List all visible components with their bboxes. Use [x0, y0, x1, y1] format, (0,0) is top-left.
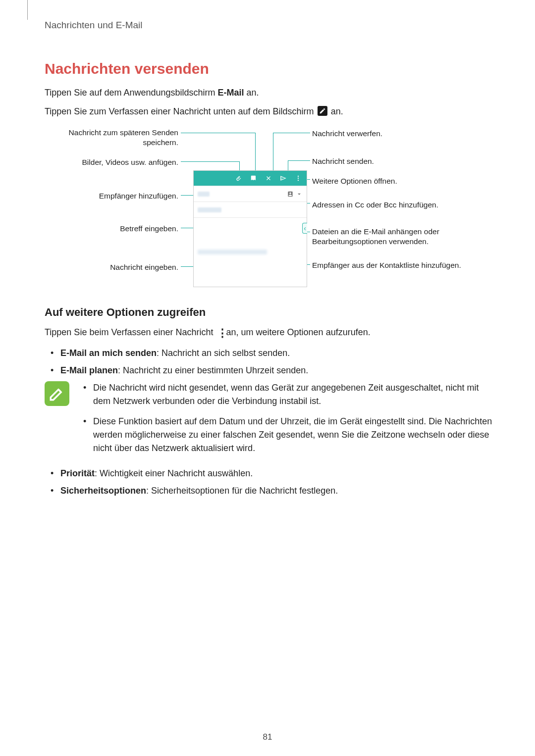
option-schedule: E-Mail planen: Nachricht zu einer bestim… [45, 364, 495, 377]
text: an. [331, 106, 343, 116]
callout-cc-bcc: Adressen in Cc oder Bcc hinzufügen. [312, 200, 490, 210]
text: Tippen Sie beim Verfassen einer Nachrich… [45, 327, 216, 337]
email-label: E-Mail [218, 88, 244, 98]
callout-contacts: Empfänger aus der Kontaktliste hinzufüge… [312, 260, 490, 270]
callout-save-later: Nachricht zum späteren Senden speichern. [45, 128, 178, 148]
callout-body: Nachricht eingeben. [45, 262, 178, 272]
option-desc: : Sicherheitsoptionen für die Nachricht … [146, 486, 338, 496]
callout-discard: Nachricht verwerfen. [312, 129, 490, 139]
option-label: E-Mail planen [60, 365, 118, 375]
callout-recipient: Empfänger hinzufügen. [45, 191, 178, 201]
attach-icon[interactable] [235, 175, 242, 182]
note-item: Die Nachricht wird nicht gesendet, wenn … [79, 381, 495, 408]
option-label: Sicherheitsoptionen [60, 486, 146, 496]
text: an. [244, 88, 259, 98]
discard-icon[interactable] [265, 175, 272, 182]
message-body-area[interactable] [194, 217, 307, 287]
callout-attach-sidebar: Dateien an die E-Mail anhängen oder Bear… [312, 227, 490, 247]
send-icon[interactable] [280, 175, 287, 182]
text: Tippen Sie zum Verfassen einer Nachricht… [45, 106, 317, 116]
option-desc: : Nachricht zu einer bestimmten Uhrzeit … [118, 365, 308, 375]
more-icon[interactable] [295, 175, 302, 182]
compose-screen-mock [193, 170, 307, 287]
callout-attach: Bilder, Videos usw. anfügen. [45, 157, 178, 167]
compose-diagram: Nachricht zum späteren Senden speichern.… [45, 128, 500, 286]
leader-line [255, 133, 256, 170]
paragraph-open-email: Tippen Sie auf dem Anwendungsbildschirm … [45, 86, 495, 99]
option-priority: Priorität: Wichtigkeit einer Nachricht a… [45, 467, 495, 480]
leader-line [273, 133, 273, 170]
svg-point-2 [298, 180, 299, 181]
svg-point-4 [289, 192, 291, 194]
note-block: Die Nachricht wird nicht gesendet, wenn … [45, 381, 495, 462]
option-label: E-Mail an mich senden [60, 348, 157, 358]
options-list-cont: Priorität: Wichtigkeit einer Nachricht a… [45, 467, 495, 498]
page-content: Nachrichten und E-Mail Nachrichten verse… [0, 0, 535, 521]
compose-toolbar [194, 171, 307, 186]
option-security: Sicherheitsoptionen: Sicherheitsoptionen… [45, 484, 495, 498]
leader-line [273, 133, 310, 133]
option-label: Priorität [60, 468, 95, 478]
page-number: 81 [0, 732, 535, 742]
options-list: E-Mail an mich senden: Nachricht an sich… [45, 347, 495, 377]
subject-row[interactable] [194, 202, 307, 217]
leader-line [181, 133, 255, 133]
compose-icon [318, 106, 327, 116]
svg-point-1 [298, 178, 299, 179]
paragraph-compose: Tippen Sie zum Verfassen einer Nachricht… [45, 105, 495, 118]
more-icon [217, 331, 223, 341]
note-list: Die Nachricht wird nicht gesendet, wenn … [79, 381, 495, 462]
option-desc: : Wichtigkeit einer Nachricht auswählen. [95, 468, 253, 478]
option-send-to-self: E-Mail an mich senden: Nachricht an sich… [45, 347, 495, 360]
subheading-more-options: Auf weitere Optionen zugreifen [45, 306, 495, 319]
breadcrumb: Nachrichten und E-Mail [45, 20, 495, 31]
leader-line [288, 160, 310, 161]
page-title: Nachrichten versenden [45, 60, 495, 77]
leader-line [181, 161, 239, 162]
paragraph-more-options: Tippen Sie beim Verfassen einer Nachrich… [45, 326, 495, 341]
text: Tippen Sie auf dem Anwendungsbildschirm [45, 88, 218, 98]
side-handle-icon[interactable] [302, 223, 307, 234]
save-icon[interactable] [250, 175, 257, 182]
leader-line [288, 160, 288, 170]
chevron-down-icon[interactable] [296, 191, 303, 198]
svg-point-0 [298, 176, 299, 177]
text: an, um weitere Optionen aufzurufen. [224, 327, 371, 337]
callout-more-options: Weitere Optionen öffnen. [312, 176, 490, 186]
option-desc: : Nachricht an sich selbst senden. [157, 348, 290, 358]
callout-send: Nachricht senden. [312, 156, 490, 166]
leader-line [239, 161, 240, 170]
recipient-row[interactable] [194, 186, 307, 202]
callout-subject: Betreff eingeben. [45, 224, 178, 234]
note-item: Diese Funktion basiert auf dem Datum und… [79, 415, 495, 455]
contacts-icon[interactable] [287, 191, 294, 198]
note-icon [45, 381, 69, 406]
